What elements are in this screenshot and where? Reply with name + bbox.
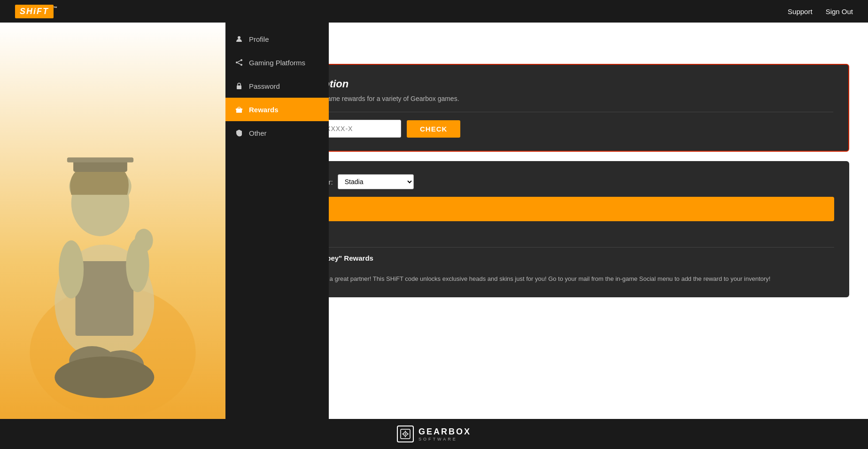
game-title: Borderlands 3: [259, 231, 834, 241]
topnav-links: Support Sign Out: [788, 8, 853, 15]
sidebar: Profile Gaming Platforms: [225, 23, 329, 419]
lock-icon: [235, 82, 243, 90]
svg-rect-6: [76, 261, 134, 336]
character-area: [0, 23, 225, 419]
code-redemption-card: Code Redemption SHiFT Codes offer in-gam…: [244, 64, 849, 152]
code-redemption-subtitle: SHiFT Codes offer in-game rewards for a …: [260, 95, 833, 102]
share-icon: [235, 58, 243, 67]
gift-icon: [235, 105, 243, 114]
sidebar-item-profile[interactable]: Profile: [225, 27, 329, 51]
support-link[interactable]: Support: [788, 8, 813, 15]
person-icon: [235, 35, 243, 43]
redeemed-rewards-label: Redeemed rewards for: Stadia PC Xbox Pla…: [259, 174, 834, 189]
gearbox-logo: gearbox SOFTWARE: [397, 426, 471, 442]
svg-line-17: [238, 61, 240, 62]
code-redemption-title: Code Redemption: [260, 78, 833, 90]
signout-link[interactable]: Sign Out: [826, 8, 853, 15]
svg-point-12: [54, 357, 154, 398]
gearbox-text: gearbox SOFTWARE: [418, 427, 471, 441]
sidebar-password-label: Password: [249, 82, 280, 90]
reward-item: "Like, Follow, and Obey" Rewards OCTOBER…: [259, 247, 834, 284]
sidebar-profile-label: Profile: [249, 35, 269, 43]
svg-point-16: [240, 64, 242, 66]
platform-banner: S STADIA Stadia: [259, 197, 834, 221]
shield-icon: [235, 129, 243, 137]
svg-point-24: [404, 434, 406, 435]
sidebar-rewards-label: Rewards: [249, 106, 279, 114]
redeemed-rewards-card: Redeemed rewards for: Stadia PC Xbox Pla…: [244, 161, 849, 297]
platform-select[interactable]: Stadia PC Xbox PlayStation Nintendo Swit…: [338, 174, 414, 189]
code-input-row: CHECK: [260, 120, 833, 138]
gearbox-brand: gearbox: [418, 427, 471, 437]
svg-point-9: [135, 229, 153, 252]
reward-title: "Like, Follow, and Obey" Rewards: [259, 254, 834, 262]
svg-point-14: [240, 59, 242, 61]
sidebar-item-rewards[interactable]: Rewards: [225, 98, 329, 121]
svg-point-13: [238, 36, 240, 39]
gearbox-icon: [397, 426, 414, 442]
reward-description: Thank you for being such a great partner…: [259, 274, 834, 284]
top-navigation: SHiFT Support Sign Out: [0, 0, 868, 23]
svg-point-7: [59, 240, 84, 299]
reward-date: OCTOBER 14, 2022: [259, 264, 834, 271]
sidebar-gaming-platforms-label: Gaming Platforms: [249, 59, 305, 67]
svg-rect-19: [237, 85, 241, 89]
main-wrapper: Profile Gaming Platforms: [0, 23, 868, 419]
sidebar-item-password[interactable]: Password: [225, 74, 329, 98]
sidebar-item-other[interactable]: Other: [225, 121, 329, 145]
gearbox-sub: SOFTWARE: [418, 437, 471, 441]
page-title: My Rewards: [244, 37, 849, 53]
sidebar-item-gaming-platforms[interactable]: Gaming Platforms: [225, 51, 329, 74]
shift-logo: SHiFT: [15, 5, 54, 18]
divider: [260, 112, 833, 112]
sidebar-other-label: Other: [249, 129, 267, 137]
svg-rect-5: [67, 158, 133, 163]
svg-point-15: [236, 62, 238, 63]
svg-line-18: [238, 63, 240, 64]
footer: gearbox SOFTWARE: [0, 419, 868, 449]
check-button[interactable]: CHECK: [407, 120, 460, 138]
